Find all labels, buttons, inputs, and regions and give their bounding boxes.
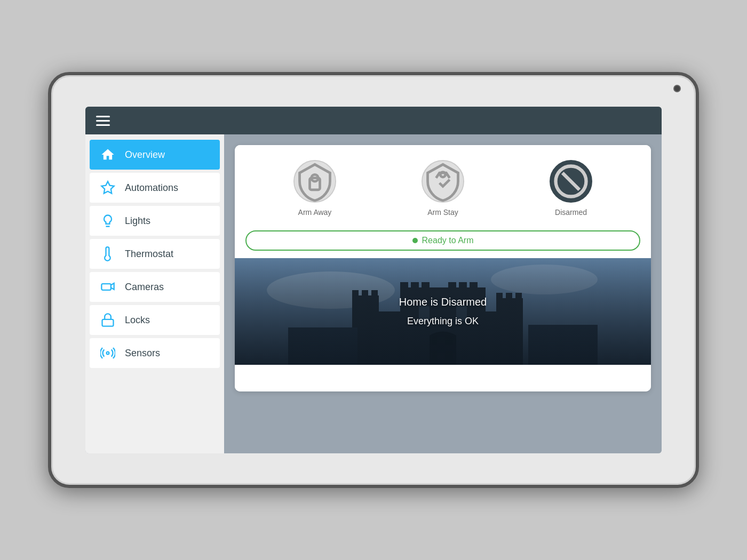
disarmed-button[interactable]: Disarmed — [541, 156, 601, 221]
main-panel: Arm Away — [224, 134, 662, 453]
disarmed-circle — [550, 160, 592, 203]
svg-rect-2 — [102, 319, 114, 326]
svg-point-3 — [107, 352, 109, 355]
sensors-icon — [100, 346, 115, 361]
overview-label: Overview — [125, 149, 165, 161]
top-bar — [85, 107, 662, 134]
sidebar-item-thermostat[interactable]: Thermostat — [90, 239, 220, 269]
star-icon — [100, 180, 115, 195]
sidebar-item-cameras[interactable]: Cameras — [90, 272, 220, 302]
sidebar-item-sensors[interactable]: Sensors — [90, 338, 220, 368]
svg-line-8 — [562, 173, 579, 190]
sidebar-item-lights[interactable]: Lights — [90, 206, 220, 236]
automations-label: Automations — [125, 182, 178, 194]
svg-rect-1 — [101, 284, 111, 290]
camera-icon — [100, 279, 115, 294]
arm-stay-button[interactable]: Arm Stay — [413, 156, 473, 221]
home-icon — [100, 147, 115, 162]
thermostat-label: Thermostat — [125, 249, 173, 260]
lock-icon — [100, 313, 115, 327]
arm-away-label: Arm Away — [298, 208, 332, 217]
status-main-text: Home is Disarmed — [399, 296, 487, 308]
main-area: Overview Automations — [85, 134, 662, 453]
hamburger-menu-icon[interactable] — [96, 116, 110, 126]
arm-away-circle — [293, 160, 336, 203]
sidebar-item-locks[interactable]: Locks — [90, 305, 220, 335]
tablet: Overview Automations — [48, 72, 699, 488]
sidebar: Overview Automations — [85, 134, 224, 453]
ready-to-arm-bar: Ready to Arm — [245, 230, 640, 251]
locks-label: Locks — [125, 315, 150, 326]
arm-buttons-row: Arm Away — [235, 145, 651, 226]
svg-marker-0 — [101, 181, 114, 193]
lightbulb-icon — [100, 213, 115, 228]
arm-away-button[interactable]: Arm Away — [285, 156, 345, 221]
disarmed-label: Disarmed — [555, 208, 587, 217]
camera-dot — [673, 85, 681, 92]
thermometer-icon — [100, 246, 115, 261]
sidebar-item-overview[interactable]: Overview — [90, 140, 220, 170]
green-status-dot — [412, 238, 418, 243]
ready-to-arm-text: Ready to Arm — [422, 236, 474, 245]
status-text-overlay: Home is Disarmed Everything is OK — [235, 258, 651, 365]
status-image-area: Home is Disarmed Everything is OK — [235, 258, 651, 365]
lights-label: Lights — [125, 215, 150, 227]
security-card: Arm Away — [235, 145, 651, 391]
sidebar-item-automations[interactable]: Automations — [90, 173, 220, 203]
sensors-label: Sensors — [125, 348, 160, 359]
card-bottom-bar — [235, 365, 651, 391]
screen: Overview Automations — [85, 107, 662, 453]
cameras-label: Cameras — [125, 282, 164, 293]
svg-point-6 — [440, 172, 446, 178]
status-sub-text: Everything is OK — [407, 316, 479, 327]
arm-stay-circle — [422, 160, 464, 203]
arm-stay-label: Arm Stay — [427, 208, 458, 217]
